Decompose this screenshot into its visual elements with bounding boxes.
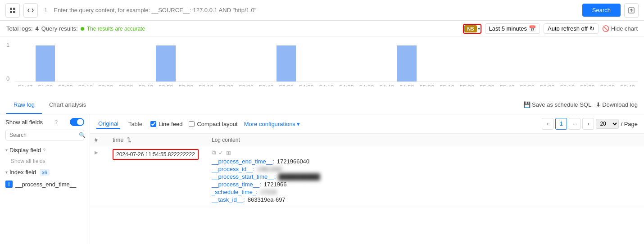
- copy-icon[interactable]: ⧉: [212, 149, 216, 156]
- x-label: 52:10: [76, 84, 96, 86]
- chart-bar: [397, 45, 417, 81]
- hide-chart-button[interactable]: 🚫 Hide chart: [602, 25, 638, 32]
- field-key: __process_end_time__:: [212, 158, 274, 165]
- page-ellipsis-button[interactable]: ···: [569, 118, 581, 130]
- x-label: 52:40: [136, 84, 156, 86]
- svg-rect-3: [13, 11, 15, 13]
- time-value[interactable]: 2024-07-26 11:54:55.822222222: [113, 149, 199, 160]
- x-label: 54:00: [296, 84, 317, 86]
- log-field-line: _schedule_time_:17219: [212, 189, 639, 195]
- page-size-select[interactable]: 20 50 100: [596, 119, 619, 129]
- chart-canvas: 51:4751:5052:0052:1052:2052:3052:4052:50…: [15, 41, 638, 86]
- x-label: 53:00: [176, 84, 196, 86]
- time-range-label: Last 5 minutes: [489, 25, 527, 32]
- more-config-label: More configurations: [244, 121, 295, 127]
- check-icon[interactable]: ✓: [218, 149, 223, 156]
- split-panel: Show all fields ? 🔍 ▾ Display field ? Sh…: [0, 114, 644, 244]
- row-num: ▶: [90, 146, 108, 207]
- compact-layout-label: Compact layout: [197, 121, 237, 127]
- field-key: _schedule_time_:: [212, 189, 258, 195]
- layout-toggle-button[interactable]: [5, 3, 20, 18]
- download-log-button[interactable]: ⬇ Download log: [596, 101, 638, 108]
- expand-icon[interactable]: ⊞: [226, 149, 231, 156]
- line-feed-checkbox[interactable]: [150, 121, 156, 127]
- x-label: 53:30: [236, 84, 256, 86]
- x-label: 53:50: [277, 84, 297, 86]
- download-log-label: Download log: [602, 101, 638, 108]
- total-logs-count: 4: [36, 25, 39, 32]
- query-input[interactable]: [54, 7, 579, 14]
- calendar-icon: 📅: [529, 25, 536, 32]
- search-button[interactable]: Search: [582, 4, 621, 17]
- x-label: 56:10: [558, 84, 578, 86]
- right-panel: Original Table Line feed Compact layout …: [90, 114, 644, 244]
- log-toolbar-left: Original Table Line feed Compact layout …: [96, 119, 300, 129]
- toggle-knob: [77, 119, 83, 125]
- field-key: __process_id__:: [212, 166, 254, 172]
- x-label: 53:40: [256, 84, 277, 86]
- show-all-fields-link[interactable]: Show all fields: [0, 156, 90, 166]
- summary-right: NS ▾ Last 5 minutes 📅 Auto refresh off ↻…: [463, 23, 638, 34]
- show-all-fields-toggle[interactable]: [70, 118, 84, 126]
- sort-icon[interactable]: ⇅: [127, 136, 132, 143]
- save-icon: 💾: [523, 101, 531, 108]
- page-size-suffix: / Page: [621, 121, 638, 127]
- line-feed-checkbox-label[interactable]: Line feed: [150, 121, 183, 127]
- tab-chart-analysis[interactable]: Chart analysis: [42, 96, 93, 114]
- display-field-section-header[interactable]: ▾ Display field ?: [0, 144, 90, 156]
- export-button[interactable]: [624, 3, 639, 18]
- show-all-fields-label: Show all fields: [5, 119, 43, 126]
- page-prev-button[interactable]: ‹: [542, 118, 553, 130]
- x-label: 54:30: [357, 84, 377, 86]
- x-label: 52:50: [156, 84, 176, 86]
- x-label: 55:10: [437, 84, 457, 86]
- compact-layout-checkbox[interactable]: [189, 121, 195, 127]
- field-key: __process_time__:: [212, 181, 261, 188]
- x-label: 55:40: [497, 84, 517, 86]
- x-label: 55:20: [457, 84, 477, 86]
- save-schedule-sql-button[interactable]: 💾 Save as schedule SQL: [523, 101, 591, 108]
- time-range-button[interactable]: Last 5 minutes 📅: [485, 23, 540, 34]
- tabs-left: Raw log Chart analysis: [6, 96, 93, 113]
- left-panel: Show all fields ? 🔍 ▾ Display field ? Sh…: [0, 114, 90, 244]
- bars-container: [15, 41, 638, 82]
- table-view-button[interactable]: Table: [127, 120, 144, 128]
- x-label: 51:47: [15, 84, 36, 86]
- field-search-input[interactable]: [9, 132, 77, 138]
- code-toggle-button[interactable]: [23, 3, 38, 18]
- field-value: 1721966040: [277, 158, 309, 165]
- show-all-fields-row: Show all fields ?: [0, 114, 90, 130]
- index-field-chevron: ▾: [5, 170, 8, 175]
- page-current: 1: [555, 118, 567, 130]
- page-next-button[interactable]: ›: [582, 118, 594, 130]
- x-label: 54:40: [376, 84, 397, 86]
- log-table: # time ⇅ Log content ▶2024-07-26 11:54:5…: [90, 134, 644, 207]
- log-field-line: __process_end_time__:1721966040: [212, 158, 639, 165]
- x-label: 51:50: [36, 84, 56, 86]
- compact-layout-checkbox-label[interactable]: Compact layout: [189, 121, 237, 127]
- ns-badge-wrapper[interactable]: NS ▾: [463, 24, 481, 34]
- original-view-button[interactable]: Original: [96, 119, 120, 129]
- more-config-chevron: ▾: [297, 121, 300, 127]
- log-field-line: __process_start_time__:██████████: [212, 173, 639, 180]
- index-field-section-header[interactable]: ▾ Index field x6: [0, 166, 90, 178]
- col-time: time ⇅: [108, 134, 207, 146]
- col-log-content: Log content: [207, 134, 644, 146]
- log-field-line: __task_id__:863319ea-697: [212, 196, 639, 203]
- log-actions: ⧉✓⊞: [212, 149, 639, 156]
- ns-dropdown-arrow: ▾: [478, 26, 480, 31]
- row-expander[interactable]: ▶: [95, 150, 98, 155]
- page-nav: ‹ 1 ··· › 20 50 100 / Page: [542, 118, 638, 130]
- line-number: 1: [41, 7, 50, 14]
- x-label: 53:20: [216, 84, 236, 86]
- x-label: 53:10: [196, 84, 216, 86]
- eye-slash-icon: 🚫: [602, 25, 609, 32]
- auto-refresh-button[interactable]: Auto refresh off ↻: [544, 23, 599, 34]
- more-config-button[interactable]: More configurations ▾: [244, 121, 300, 127]
- x-labels: 51:4751:5052:0052:1052:2052:3052:4052:50…: [15, 84, 638, 86]
- x-label: 55:30: [477, 84, 497, 86]
- tab-raw-log[interactable]: Raw log: [6, 96, 42, 114]
- display-field-chevron: ▾: [5, 148, 8, 153]
- x-label: 56:00: [537, 84, 558, 86]
- field-value: 17219: [260, 189, 277, 195]
